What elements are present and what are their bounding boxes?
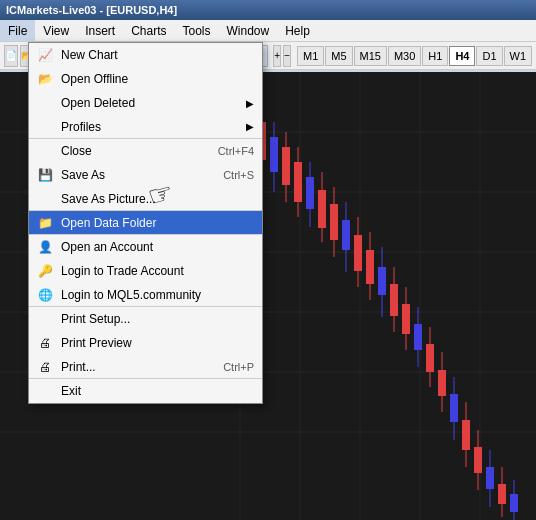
menu-view[interactable]: View xyxy=(35,20,77,41)
title-text: ICMarkets-Live03 - [EURUSD,H4] xyxy=(6,4,177,16)
print-icon: 🖨 xyxy=(33,357,57,377)
menu-item-print-setup[interactable]: Print Setup... xyxy=(29,307,262,331)
menu-item-exit[interactable]: Exit xyxy=(29,379,262,403)
menu-item-open-account[interactable]: 👤 Open an Account xyxy=(29,235,262,259)
file-menu: 📈 New Chart 📂 Open Offline Open Deleted … xyxy=(28,42,263,404)
menu-item-open-deleted[interactable]: Open Deleted ▶ xyxy=(29,91,262,115)
dropdown-overlay: 📈 New Chart 📂 Open Offline Open Deleted … xyxy=(0,42,536,520)
menu-item-open-data-folder[interactable]: 📁 Open Data Folder xyxy=(29,211,262,235)
menu-file[interactable]: File xyxy=(0,20,35,41)
open-offline-icon: 📂 xyxy=(33,69,57,89)
menu-charts[interactable]: Charts xyxy=(123,20,174,41)
open-deleted-arrow: ▶ xyxy=(246,98,254,109)
menu-item-print[interactable]: 🖨 Print... Ctrl+P xyxy=(29,355,262,379)
title-bar: ICMarkets-Live03 - [EURUSD,H4] xyxy=(0,0,536,20)
menu-item-save-as-picture[interactable]: Save As Picture... xyxy=(29,187,262,211)
profiles-icon xyxy=(33,117,57,137)
save-as-icon: 💾 xyxy=(33,165,57,185)
menu-insert[interactable]: Insert xyxy=(77,20,123,41)
menu-item-profiles[interactable]: Profiles ▶ xyxy=(29,115,262,139)
login-trade-icon: 🔑 xyxy=(33,261,57,281)
new-chart-icon: 📈 xyxy=(33,45,57,65)
menu-item-print-preview[interactable]: 🖨 Print Preview xyxy=(29,331,262,355)
menu-item-login-trade[interactable]: 🔑 Login to Trade Account xyxy=(29,259,262,283)
profiles-arrow: ▶ xyxy=(246,121,254,132)
print-setup-icon xyxy=(33,309,57,329)
menu-window[interactable]: Window xyxy=(219,20,278,41)
menu-tools[interactable]: Tools xyxy=(175,20,219,41)
login-mql5-icon: 🌐 xyxy=(33,285,57,305)
close-icon xyxy=(33,141,57,161)
print-preview-icon: 🖨 xyxy=(33,333,57,353)
menu-item-open-offline[interactable]: 📂 Open Offline xyxy=(29,67,262,91)
menu-item-close[interactable]: Close Ctrl+F4 xyxy=(29,139,262,163)
close-shortcut: Ctrl+F4 xyxy=(218,145,254,157)
menu-item-save-as[interactable]: 💾 Save As Ctrl+S xyxy=(29,163,262,187)
exit-icon xyxy=(33,381,57,401)
open-account-icon: 👤 xyxy=(33,237,57,257)
save-as-shortcut: Ctrl+S xyxy=(223,169,254,181)
menu-help[interactable]: Help xyxy=(277,20,318,41)
menu-item-new-chart[interactable]: 📈 New Chart xyxy=(29,43,262,67)
menu-item-login-mql5[interactable]: 🌐 Login to MQL5.community xyxy=(29,283,262,307)
menu-bar: File View Insert Charts Tools Window Hel… xyxy=(0,20,536,42)
open-deleted-icon xyxy=(33,93,57,113)
print-shortcut: Ctrl+P xyxy=(223,361,254,373)
save-picture-icon xyxy=(33,189,57,209)
open-data-folder-icon: 📁 xyxy=(33,213,57,233)
